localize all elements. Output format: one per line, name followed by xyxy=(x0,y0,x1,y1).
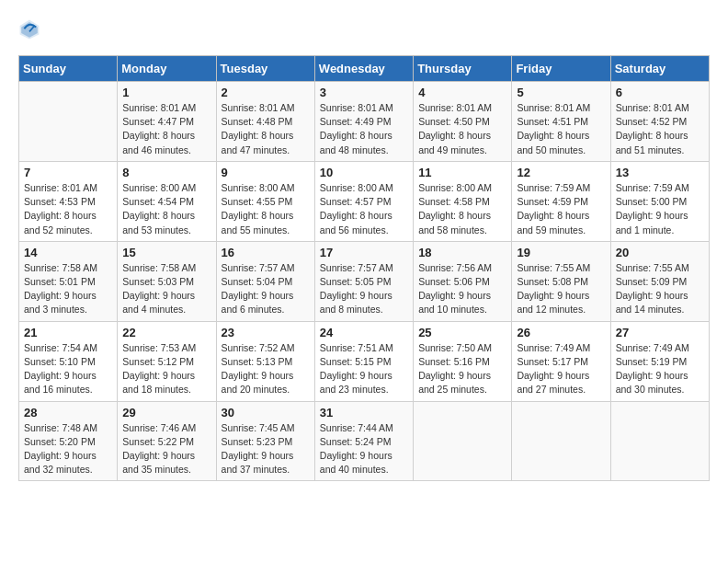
calendar-cell: 27Sunrise: 7:49 AM Sunset: 5:19 PM Dayli… xyxy=(610,321,709,401)
day-info: Sunrise: 7:58 AM Sunset: 5:01 PM Dayligh… xyxy=(24,261,112,317)
column-header-thursday: Thursday xyxy=(414,56,512,82)
day-info: Sunrise: 7:59 AM Sunset: 5:00 PM Dayligh… xyxy=(616,181,704,237)
calendar-cell: 4Sunrise: 8:01 AM Sunset: 4:50 PM Daylig… xyxy=(414,82,512,162)
day-info: Sunrise: 7:44 AM Sunset: 5:24 PM Dayligh… xyxy=(320,421,408,477)
day-info: Sunrise: 8:00 AM Sunset: 4:54 PM Dayligh… xyxy=(122,181,210,237)
day-number: 11 xyxy=(418,166,506,179)
day-number: 5 xyxy=(517,86,605,99)
day-info: Sunrise: 7:49 AM Sunset: 5:17 PM Dayligh… xyxy=(517,341,605,397)
calendar-week-3: 14Sunrise: 7:58 AM Sunset: 5:01 PM Dayli… xyxy=(19,241,710,321)
day-info: Sunrise: 7:58 AM Sunset: 5:03 PM Dayligh… xyxy=(122,261,210,317)
calendar-cell: 23Sunrise: 7:52 AM Sunset: 5:13 PM Dayli… xyxy=(216,321,314,401)
day-number: 13 xyxy=(616,166,704,179)
calendar-cell: 28Sunrise: 7:48 AM Sunset: 5:20 PM Dayli… xyxy=(19,401,118,481)
day-number: 1 xyxy=(122,86,210,99)
calendar-cell: 19Sunrise: 7:55 AM Sunset: 5:08 PM Dayli… xyxy=(512,241,610,321)
calendar-cell: 14Sunrise: 7:58 AM Sunset: 5:01 PM Dayli… xyxy=(19,241,118,321)
day-number: 2 xyxy=(222,86,310,99)
calendar-cell: 15Sunrise: 7:58 AM Sunset: 5:03 PM Dayli… xyxy=(118,241,216,321)
day-info: Sunrise: 7:59 AM Sunset: 4:59 PM Dayligh… xyxy=(517,181,605,237)
calendar-cell: 9Sunrise: 8:00 AM Sunset: 4:55 PM Daylig… xyxy=(216,161,314,241)
day-number: 30 xyxy=(222,406,310,419)
calendar-cell: 25Sunrise: 7:50 AM Sunset: 5:16 PM Dayli… xyxy=(414,321,512,401)
calendar-cell: 8Sunrise: 8:00 AM Sunset: 4:54 PM Daylig… xyxy=(118,161,216,241)
calendar-cell xyxy=(512,401,610,481)
day-number: 31 xyxy=(320,406,408,419)
day-number: 21 xyxy=(24,326,112,339)
column-header-sunday: Sunday xyxy=(19,56,118,82)
day-info: Sunrise: 7:56 AM Sunset: 5:06 PM Dayligh… xyxy=(418,261,506,317)
day-info: Sunrise: 8:01 AM Sunset: 4:50 PM Dayligh… xyxy=(418,101,506,157)
day-number: 25 xyxy=(418,326,506,339)
day-number: 16 xyxy=(222,246,310,259)
logo-icon xyxy=(18,18,40,40)
column-header-tuesday: Tuesday xyxy=(216,56,314,82)
calendar-week-4: 21Sunrise: 7:54 AM Sunset: 5:10 PM Dayli… xyxy=(19,321,710,401)
day-number: 6 xyxy=(616,86,704,99)
calendar-cell: 1Sunrise: 8:01 AM Sunset: 4:47 PM Daylig… xyxy=(118,82,216,162)
day-info: Sunrise: 8:01 AM Sunset: 4:48 PM Dayligh… xyxy=(222,101,310,157)
day-number: 7 xyxy=(24,166,112,179)
page-header xyxy=(18,18,710,40)
calendar-cell: 29Sunrise: 7:46 AM Sunset: 5:22 PM Dayli… xyxy=(118,401,216,481)
calendar-cell: 7Sunrise: 8:01 AM Sunset: 4:53 PM Daylig… xyxy=(19,161,118,241)
column-header-monday: Monday xyxy=(118,56,216,82)
day-number: 17 xyxy=(320,246,408,259)
calendar-cell: 20Sunrise: 7:55 AM Sunset: 5:09 PM Dayli… xyxy=(610,241,709,321)
day-info: Sunrise: 7:54 AM Sunset: 5:10 PM Dayligh… xyxy=(24,341,112,397)
day-info: Sunrise: 7:57 AM Sunset: 5:04 PM Dayligh… xyxy=(222,261,310,317)
column-headers: SundayMondayTuesdayWednesdayThursdayFrid… xyxy=(19,56,710,82)
day-number: 10 xyxy=(320,166,408,179)
calendar-cell: 13Sunrise: 7:59 AM Sunset: 5:00 PM Dayli… xyxy=(610,161,709,241)
day-info: Sunrise: 8:00 AM Sunset: 4:55 PM Dayligh… xyxy=(222,181,310,237)
calendar-week-1: 1Sunrise: 8:01 AM Sunset: 4:47 PM Daylig… xyxy=(19,82,710,162)
day-info: Sunrise: 7:51 AM Sunset: 5:15 PM Dayligh… xyxy=(320,341,408,397)
calendar-cell: 10Sunrise: 8:00 AM Sunset: 4:57 PM Dayli… xyxy=(314,161,413,241)
calendar-cell: 11Sunrise: 8:00 AM Sunset: 4:58 PM Dayli… xyxy=(414,161,512,241)
day-number: 20 xyxy=(616,246,704,259)
day-info: Sunrise: 7:46 AM Sunset: 5:22 PM Dayligh… xyxy=(122,421,210,477)
calendar-cell: 31Sunrise: 7:44 AM Sunset: 5:24 PM Dayli… xyxy=(314,401,413,481)
calendar-cell: 6Sunrise: 8:01 AM Sunset: 4:52 PM Daylig… xyxy=(610,82,709,162)
day-info: Sunrise: 7:55 AM Sunset: 5:08 PM Dayligh… xyxy=(517,261,605,317)
day-number: 14 xyxy=(24,246,112,259)
calendar-cell: 24Sunrise: 7:51 AM Sunset: 5:15 PM Dayli… xyxy=(314,321,413,401)
calendar-cell: 12Sunrise: 7:59 AM Sunset: 4:59 PM Dayli… xyxy=(512,161,610,241)
day-number: 27 xyxy=(616,326,704,339)
day-info: Sunrise: 8:01 AM Sunset: 4:51 PM Dayligh… xyxy=(517,101,605,157)
day-info: Sunrise: 7:45 AM Sunset: 5:23 PM Dayligh… xyxy=(222,421,310,477)
calendar-cell: 16Sunrise: 7:57 AM Sunset: 5:04 PM Dayli… xyxy=(216,241,314,321)
calendar-cell xyxy=(19,82,118,162)
calendar-week-2: 7Sunrise: 8:01 AM Sunset: 4:53 PM Daylig… xyxy=(19,161,710,241)
calendar-cell: 2Sunrise: 8:01 AM Sunset: 4:48 PM Daylig… xyxy=(216,82,314,162)
day-info: Sunrise: 8:01 AM Sunset: 4:52 PM Dayligh… xyxy=(616,101,704,157)
day-info: Sunrise: 8:01 AM Sunset: 4:53 PM Dayligh… xyxy=(24,181,112,237)
day-number: 15 xyxy=(122,246,210,259)
day-info: Sunrise: 7:55 AM Sunset: 5:09 PM Dayligh… xyxy=(616,261,704,317)
calendar-cell xyxy=(414,401,512,481)
calendar-cell: 26Sunrise: 7:49 AM Sunset: 5:17 PM Dayli… xyxy=(512,321,610,401)
day-number: 4 xyxy=(418,86,506,99)
calendar-table: SundayMondayTuesdayWednesdayThursdayFrid… xyxy=(18,55,710,481)
calendar-cell: 30Sunrise: 7:45 AM Sunset: 5:23 PM Dayli… xyxy=(216,401,314,481)
calendar-cell: 17Sunrise: 7:57 AM Sunset: 5:05 PM Dayli… xyxy=(314,241,413,321)
calendar-cell: 18Sunrise: 7:56 AM Sunset: 5:06 PM Dayli… xyxy=(414,241,512,321)
day-info: Sunrise: 7:50 AM Sunset: 5:16 PM Dayligh… xyxy=(418,341,506,397)
day-info: Sunrise: 7:52 AM Sunset: 5:13 PM Dayligh… xyxy=(222,341,310,397)
calendar-cell: 22Sunrise: 7:53 AM Sunset: 5:12 PM Dayli… xyxy=(118,321,216,401)
day-info: Sunrise: 7:57 AM Sunset: 5:05 PM Dayligh… xyxy=(320,261,408,317)
day-info: Sunrise: 8:01 AM Sunset: 4:49 PM Dayligh… xyxy=(320,101,408,157)
day-info: Sunrise: 7:48 AM Sunset: 5:20 PM Dayligh… xyxy=(24,421,112,477)
day-number: 24 xyxy=(320,326,408,339)
day-number: 19 xyxy=(517,246,605,259)
calendar-cell: 3Sunrise: 8:01 AM Sunset: 4:49 PM Daylig… xyxy=(314,82,413,162)
day-number: 28 xyxy=(24,406,112,419)
day-info: Sunrise: 7:49 AM Sunset: 5:19 PM Dayligh… xyxy=(616,341,704,397)
day-info: Sunrise: 8:00 AM Sunset: 4:58 PM Dayligh… xyxy=(418,181,506,237)
day-number: 18 xyxy=(418,246,506,259)
calendar-cell: 21Sunrise: 7:54 AM Sunset: 5:10 PM Dayli… xyxy=(19,321,118,401)
day-number: 9 xyxy=(222,166,310,179)
calendar-cell: 5Sunrise: 8:01 AM Sunset: 4:51 PM Daylig… xyxy=(512,82,610,162)
calendar-week-5: 28Sunrise: 7:48 AM Sunset: 5:20 PM Dayli… xyxy=(19,401,710,481)
day-number: 8 xyxy=(122,166,210,179)
